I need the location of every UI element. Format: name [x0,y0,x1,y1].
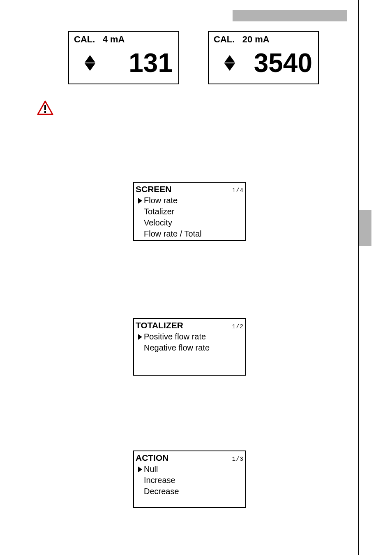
screen-menu-item[interactable]: Flow rate / Total [138,228,244,239]
cal-20ma-stepper[interactable] [224,55,235,71]
screen-menu-item[interactable]: Velocity [138,217,244,228]
totalizer-menu-items: Positive flow rateNegative flow rate [136,331,244,353]
cal-20ma-box: CAL. 20 mA 3540 [208,31,319,84]
pointer-icon [138,334,142,340]
cal-20ma-value: 3540 [254,50,314,76]
screen-menu-item-label: Velocity [144,217,172,228]
screen-menu-title: SCREEN [136,183,172,195]
screen-menu-item-label: Flow rate [144,195,178,206]
down-arrow-icon[interactable] [85,63,95,71]
totalizer-menu-item-label: Positive flow rate [144,331,206,342]
action-menu-item-label: Increase [144,475,175,486]
action-menu: ACTION 1/3 NullIncreaseDecrease [133,451,246,508]
cal-4ma-label: CAL. 4 mA [74,34,174,45]
action-menu-item-label: Decrease [144,486,179,497]
cal-4ma-value: 131 [129,50,174,76]
action-menu-title: ACTION [136,452,169,464]
screen-menu-item-label: Totalizer [144,206,174,217]
screen-menu-item-label: Flow rate / Total [144,228,202,239]
down-arrow-icon[interactable] [224,63,235,71]
action-menu-item[interactable]: Null [138,464,244,475]
svg-rect-1 [44,105,46,110]
cal-4ma-box: CAL. 4 mA 131 [68,31,179,84]
action-menu-item-label: Null [144,464,158,475]
up-arrow-icon[interactable] [85,55,95,63]
pointer-icon [138,198,142,204]
cal-20ma-label: CAL. 20 mA [214,34,314,45]
page-edge-line [358,0,359,555]
action-menu-items: NullIncreaseDecrease [136,464,244,497]
screen-menu-item[interactable]: Totalizer [138,206,244,217]
svg-rect-2 [44,111,46,113]
pointer-icon [138,467,142,472]
action-menu-item[interactable]: Increase [138,475,244,486]
totalizer-menu-page: 1/2 [232,323,244,331]
totalizer-menu-item-label: Negative flow rate [144,342,210,353]
screen-menu: SCREEN 1/4 Flow rateTotalizerVelocityFlo… [133,182,246,241]
screen-menu-page: 1/4 [232,187,244,195]
screen-menu-item[interactable]: Flow rate [138,195,244,206]
cal-4ma-stepper[interactable] [85,55,95,71]
totalizer-menu-title: TOTALIZER [136,320,183,331]
action-menu-item[interactable]: Decrease [138,486,244,497]
warning-icon [37,100,53,117]
action-menu-page: 1/3 [232,455,244,463]
totalizer-menu-item[interactable]: Positive flow rate [138,331,244,342]
totalizer-menu-item[interactable]: Negative flow rate [138,342,244,353]
up-arrow-icon[interactable] [224,55,235,63]
screen-menu-items: Flow rateTotalizerVelocityFlow rate / To… [136,195,244,239]
side-tab [359,210,371,246]
totalizer-menu: TOTALIZER 1/2 Positive flow rateNegative… [133,318,246,376]
header-gray-bar [233,10,347,21]
